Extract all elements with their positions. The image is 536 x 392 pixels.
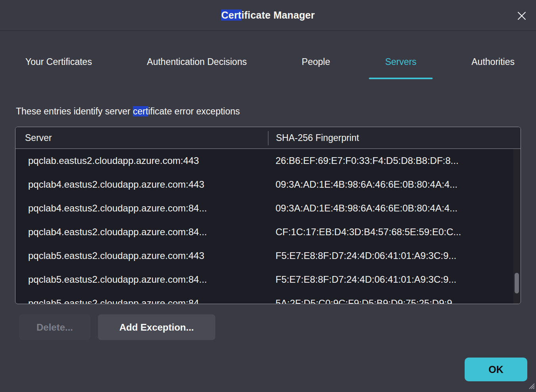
fingerprint-cell: F5:E7:E8:8F:D7:24:4D:06:41:01:A9:3C:9...	[268, 250, 521, 261]
scrollbar-track[interactable]	[513, 149, 520, 304]
server-cell: pqclab4.eastus2.cloudapp.azure.com:84...	[15, 203, 268, 214]
action-button-row: Delete... Add Exception...	[19, 314, 215, 340]
server-cell: pqclab5.eastus2.cloudapp.azure.com:443	[15, 250, 268, 261]
add-exception-button[interactable]: Add Exception...	[98, 314, 215, 340]
table-row[interactable]: pqclab5.eastus2.cloudapp.azure.com:443 F…	[15, 244, 521, 268]
delete-button[interactable]: Delete...	[19, 314, 90, 340]
find-highlight: Cert	[221, 10, 241, 21]
ok-button[interactable]: OK	[465, 358, 527, 381]
resize-grip-icon[interactable]	[526, 381, 535, 391]
page-title: Certificate Manager	[221, 10, 315, 21]
server-cell: pqclab5.eastus2.cloudapp.azure.com:84...	[15, 298, 268, 304]
server-cell: pqclab4.eastus2.cloudapp.azure.com:443	[15, 179, 268, 190]
server-cell: pqclab5.eastus2.cloudapp.azure.com:84...	[15, 274, 268, 285]
server-cell: pqclab4.eastus2.cloudapp.azure.com:84...	[15, 226, 268, 238]
table-row[interactable]: pqclab4.eastus2.cloudapp.azure.com:84...…	[15, 220, 521, 244]
fingerprint-cell: CF:1C:17:EB:D4:3D:B4:57:68:5E:59:E0:C...	[268, 226, 521, 238]
tab-your-certificates[interactable]: Your Certificates	[25, 44, 92, 79]
section-description: These entries identify server certificat…	[16, 106, 240, 117]
table-row[interactable]: pqclab.eastus2.cloudapp.azure.com:443 26…	[15, 149, 521, 173]
fingerprint-cell: 26:B6:EF:69:E7:F0:33:F4:D5:D8:B8:DF:8...	[268, 155, 521, 166]
dialog-titlebar: Certificate Manager	[0, 0, 536, 31]
column-header-fingerprint[interactable]: SHA-256 Fingerprint	[268, 133, 521, 143]
table-row[interactable]: pqclab4.eastus2.cloudapp.azure.com:84...…	[15, 196, 521, 220]
scrollbar-thumb[interactable]	[515, 273, 519, 293]
tab-people[interactable]: People	[302, 44, 330, 79]
tab-servers[interactable]: Servers	[385, 44, 416, 79]
fingerprint-cell: F5:E7:E8:8F:D7:24:4D:06:41:01:A9:3C:9...	[268, 274, 521, 285]
column-divider[interactable]	[268, 131, 268, 145]
fingerprint-cell: 5A:2F:D5:C0:9C:F9:D5:B9:D9:75:25:D9:9...	[268, 298, 521, 304]
table-row[interactable]: pqclab4.eastus2.cloudapp.azure.com:443 0…	[15, 173, 521, 196]
fingerprint-cell: 09:3A:AD:1E:4B:98:6A:46:6E:0B:80:4A:4...	[268, 179, 521, 190]
tab-authorities[interactable]: Authorities	[471, 44, 515, 79]
table-body: pqclab.eastus2.cloudapp.azure.com:443 26…	[15, 149, 521, 304]
table-header-row: Server SHA-256 Fingerprint	[15, 127, 521, 149]
column-header-server[interactable]: Server	[15, 133, 268, 143]
tab-authentication-decisions[interactable]: Authentication Decisions	[147, 44, 247, 79]
fingerprint-cell: 09:3A:AD:1E:4B:98:6A:46:6E:0B:80:4A:4...	[268, 203, 521, 214]
table-row[interactable]: pqclab5.eastus2.cloudapp.azure.com:84...…	[15, 268, 521, 291]
find-highlight: cert	[133, 106, 148, 116]
close-icon[interactable]	[515, 10, 528, 22]
server-cell: pqclab.eastus2.cloudapp.azure.com:443	[15, 155, 268, 166]
table-row-clipped[interactable]: pqclab5.eastus2.cloudapp.azure.com:84...…	[15, 291, 521, 304]
tab-bar: Your Certificates Authentication Decisio…	[25, 44, 515, 79]
server-exceptions-table: Server SHA-256 Fingerprint pqclab.eastus…	[15, 127, 521, 304]
